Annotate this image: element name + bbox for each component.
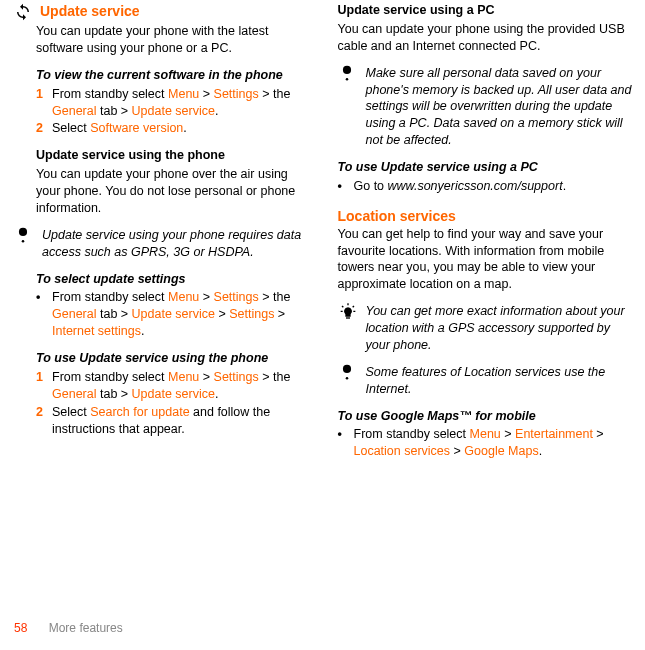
list-item: • From standby select Menu > Settings > … — [36, 289, 312, 340]
menu-label: Menu — [168, 87, 199, 101]
general-tab-label: General — [52, 104, 96, 118]
bullet-icon: • — [36, 289, 44, 340]
step-number: 2 — [36, 404, 46, 438]
important-icon — [340, 364, 358, 382]
step-text: From standby select Menu > Settings > th… — [52, 369, 312, 403]
update-using-phone-heading: Update service using the phone — [36, 147, 312, 164]
note-text: Make sure all personal data saved on you… — [366, 65, 636, 149]
list-item: 1 From standby select Menu > Settings > … — [36, 369, 312, 403]
sync-icon — [14, 3, 34, 21]
view-current-software-steps: 1 From standby select Menu > Settings > … — [36, 86, 312, 138]
right-column: Update service using a PC You can update… — [334, 2, 636, 468]
use-google-maps-heading: To use Google Maps™ for mobile — [338, 408, 636, 425]
entertainment-label: Entertainment — [515, 427, 593, 441]
update-service-heading-row: Update service — [14, 2, 312, 21]
bullet-icon: • — [338, 178, 346, 195]
list-item: 1 From standby select Menu > Settings > … — [36, 86, 312, 120]
step-number: 1 — [36, 86, 46, 120]
tip-icon — [340, 303, 358, 321]
note-internet: Some features of Location services use t… — [338, 364, 636, 398]
location-services-label: Location services — [354, 444, 451, 458]
step-number: 2 — [36, 120, 46, 137]
location-services-body: You can get help to find your way and sa… — [338, 226, 636, 294]
bullet-icon: • — [338, 426, 346, 460]
note-backup: Make sure all personal data saved on you… — [338, 65, 636, 149]
svg-point-3 — [345, 78, 348, 81]
svg-point-6 — [345, 377, 348, 380]
note-text: Some features of Location services use t… — [366, 364, 636, 398]
update-service-heading: Update service — [40, 2, 140, 21]
update-service-intro: You can update your phone with the lates… — [36, 23, 312, 57]
search-for-update-label: Search for update — [90, 405, 189, 419]
use-google-maps-steps: • From standby select Menu > Entertainme… — [338, 426, 636, 460]
page-footer: 58 More features — [14, 620, 123, 636]
tip-gps: You can get more exact information about… — [338, 303, 636, 354]
google-maps-label: Google Maps — [464, 444, 538, 458]
software-version-label: Software version — [90, 121, 183, 135]
svg-point-2 — [342, 65, 350, 73]
update-using-pc-heading: Update service using a PC — [338, 2, 636, 19]
svg-rect-4 — [346, 317, 350, 318]
svg-point-0 — [19, 228, 27, 236]
important-icon — [16, 227, 34, 245]
step-text: From standby select Menu > Settings > th… — [52, 86, 312, 120]
chapter-title: More features — [49, 621, 123, 635]
list-item: • Go to www.sonyericsson.com/support. — [338, 178, 636, 195]
use-update-phone-heading: To use Update service using the phone — [36, 350, 312, 367]
support-url: www.sonyericsson.com/support — [388, 179, 563, 193]
note-text: Update service using your phone requires… — [42, 227, 312, 261]
list-item: • From standby select Menu > Entertainme… — [338, 426, 636, 460]
important-icon — [340, 65, 358, 83]
use-update-pc-heading: To use Update service using a PC — [338, 159, 636, 176]
page-body: Update service You can update your phone… — [0, 0, 645, 468]
list-item: 2 Select Software version. — [36, 120, 312, 137]
svg-point-5 — [342, 365, 350, 373]
update-using-phone-body: You can update your phone over the air u… — [36, 166, 312, 217]
use-update-pc-steps: • Go to www.sonyericsson.com/support. — [338, 178, 636, 195]
update-using-pc-body: You can update your phone using the prov… — [338, 21, 636, 55]
svg-point-1 — [22, 240, 25, 243]
location-services-heading: Location services — [338, 207, 636, 226]
view-current-software-heading: To view the current software in the phon… — [36, 67, 312, 84]
tip-text: You can get more exact information about… — [366, 303, 636, 354]
step-number: 1 — [36, 369, 46, 403]
page-number: 58 — [14, 621, 27, 635]
step-text: From standby select Menu > Settings > th… — [52, 289, 312, 340]
note-data-access: Update service using your phone requires… — [14, 227, 312, 261]
left-column: Update service You can update your phone… — [14, 2, 316, 468]
step-text: From standby select Menu > Entertainment… — [354, 426, 636, 460]
step-text: Select Software version. — [52, 120, 187, 137]
step-text: Go to www.sonyericsson.com/support. — [354, 178, 567, 195]
settings-label: Settings — [214, 87, 259, 101]
list-item: 2 Select Search for update and follow th… — [36, 404, 312, 438]
use-update-phone-steps: 1 From standby select Menu > Settings > … — [36, 369, 312, 438]
update-service-label: Update service — [132, 104, 215, 118]
step-text: Select Search for update and follow the … — [52, 404, 312, 438]
select-update-settings-steps: • From standby select Menu > Settings > … — [36, 289, 312, 340]
select-update-settings-heading: To select update settings — [36, 271, 312, 288]
